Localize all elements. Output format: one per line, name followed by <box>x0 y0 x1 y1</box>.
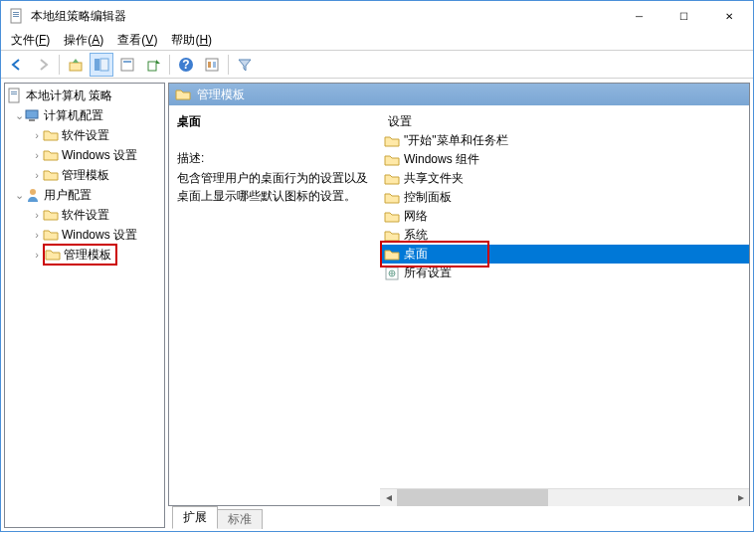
tree-user-software[interactable]: › 软件设置 <box>5 205 164 225</box>
help-button[interactable]: ? <box>174 53 198 77</box>
list-item[interactable]: "开始"菜单和任务栏 <box>380 131 749 150</box>
computer-icon <box>25 107 41 123</box>
path-header-text: 管理模板 <box>197 87 245 103</box>
up-button[interactable] <box>64 53 88 77</box>
list-item[interactable]: 所有设置 <box>380 264 749 282</box>
svg-rect-16 <box>11 91 17 92</box>
list-item[interactable]: Windows 组件 <box>380 150 749 169</box>
scroll-left-button[interactable]: ◂ <box>380 489 397 506</box>
menu-action[interactable]: 操作(A) <box>58 30 109 51</box>
list-item-label: 网络 <box>404 208 428 225</box>
tree-comp-admin[interactable]: › 管理模板 <box>5 165 164 185</box>
folder-icon <box>43 127 59 143</box>
svg-rect-1 <box>13 12 19 13</box>
list-item[interactable]: 共享文件夹 <box>380 169 749 188</box>
svg-rect-6 <box>100 59 108 71</box>
folder-icon <box>43 207 59 223</box>
folder-icon <box>43 167 59 183</box>
toolbar-separator <box>59 55 60 75</box>
export-button[interactable] <box>141 53 165 77</box>
tree-user-label: 用户配置 <box>41 187 92 204</box>
horizontal-scrollbar[interactable]: ◂ ▸ <box>380 488 749 505</box>
svg-rect-12 <box>206 59 218 71</box>
forward-button[interactable] <box>31 53 55 77</box>
folder-icon <box>384 190 400 206</box>
tree-user-admin-label: 管理模板 <box>61 247 111 264</box>
back-button[interactable] <box>5 53 29 77</box>
scroll-track[interactable] <box>397 489 732 506</box>
tab-extended[interactable]: 扩展 <box>172 506 218 529</box>
tree-panel[interactable]: 本地计算机 策略 ⌄ 计算机配置 › 软件设置 › Windows 设置 › 管… <box>4 83 165 528</box>
folder-icon <box>384 228 400 244</box>
svg-rect-8 <box>123 61 131 63</box>
expand-icon[interactable]: › <box>31 150 43 161</box>
show-hide-tree-button[interactable] <box>90 53 113 77</box>
view-tabs: 扩展 标准 <box>168 506 750 528</box>
svg-rect-19 <box>29 119 35 121</box>
tree-user-windows[interactable]: › Windows 设置 <box>5 225 164 245</box>
menu-file[interactable]: 文件(F) <box>5 30 56 51</box>
settings-header[interactable]: 设置 <box>380 105 749 131</box>
tree-root[interactable]: 本地计算机 策略 <box>5 86 164 105</box>
menubar: 文件(F) 操作(A) 查看(V) 帮助(H) <box>1 31 753 51</box>
tree-label: 管理模板 <box>59 167 109 184</box>
folder-icon <box>45 247 61 263</box>
expand-icon[interactable]: › <box>31 210 43 221</box>
properties-button[interactable] <box>115 53 139 77</box>
svg-rect-3 <box>13 16 19 17</box>
scroll-right-button[interactable]: ▸ <box>732 489 749 506</box>
filter-button[interactable] <box>233 53 257 77</box>
list-item-label: 控制面板 <box>404 189 452 206</box>
close-button[interactable]: ✕ <box>706 2 751 30</box>
svg-rect-14 <box>213 62 216 68</box>
expand-icon[interactable]: › <box>31 170 43 181</box>
tree-computer-config[interactable]: ⌄ 计算机配置 <box>5 105 164 125</box>
list-item[interactable]: 系统 <box>380 226 749 245</box>
folder-icon <box>384 247 400 263</box>
tab-standard[interactable]: 标准 <box>217 509 263 529</box>
menu-help[interactable]: 帮助(H) <box>165 30 218 51</box>
settings-list[interactable]: "开始"菜单和任务栏Windows 组件共享文件夹控制面板网络系统桌面所有设置 <box>380 131 749 488</box>
body: 本地计算机 策略 ⌄ 计算机配置 › 软件设置 › Windows 设置 › 管… <box>1 79 753 531</box>
minimize-button[interactable]: ─ <box>617 2 662 30</box>
expand-icon[interactable]: › <box>31 230 43 241</box>
svg-rect-5 <box>94 59 99 71</box>
tree-comp-software[interactable]: › 软件设置 <box>5 125 164 145</box>
tree-label: 软件设置 <box>59 207 109 224</box>
collapse-icon[interactable]: ⌄ <box>13 190 25 201</box>
toolbar-separator-2 <box>169 55 170 75</box>
content-panel: 管理模板 桌面 描述: 包含管理用户的桌面行为的设置以及桌面上显示哪些默认图标的… <box>168 83 750 528</box>
svg-rect-18 <box>26 110 38 118</box>
list-item-label: 共享文件夹 <box>404 170 464 187</box>
list-item[interactable]: 网络 <box>380 207 749 226</box>
folder-icon <box>384 133 400 149</box>
list-item[interactable]: 桌面 <box>380 245 749 264</box>
scroll-thumb[interactable] <box>397 489 548 506</box>
svg-rect-9 <box>148 62 156 71</box>
tree-comp-windows[interactable]: › Windows 设置 <box>5 145 164 165</box>
window-controls: ─ ☐ ✕ <box>617 2 751 30</box>
content-inner: 管理模板 桌面 描述: 包含管理用户的桌面行为的设置以及桌面上显示哪些默认图标的… <box>168 83 750 506</box>
tree-user-admin-highlight: 管理模板 <box>43 244 117 266</box>
menu-view[interactable]: 查看(V) <box>111 30 163 51</box>
gpedit-window: 本地组策略编辑器 ─ ☐ ✕ 文件(F) 操作(A) 查看(V) 帮助(H) ? <box>0 0 754 532</box>
tree-user-config[interactable]: ⌄ 用户配置 <box>5 185 164 205</box>
svg-rect-15 <box>9 89 19 102</box>
folder-icon <box>384 152 400 168</box>
toolbar: ? <box>1 51 753 79</box>
expand-icon[interactable]: › <box>31 130 43 141</box>
tree-user-admin-row[interactable]: › 管理模板 <box>5 245 164 265</box>
app-icon <box>9 8 25 24</box>
list-item[interactable]: 控制面板 <box>380 188 749 207</box>
options-button[interactable] <box>200 53 224 77</box>
maximize-button[interactable]: ☐ <box>662 2 706 30</box>
folder-icon <box>175 87 191 102</box>
svg-rect-13 <box>208 62 211 68</box>
collapse-icon[interactable]: ⌄ <box>13 110 25 121</box>
columns: 桌面 描述: 包含管理用户的桌面行为的设置以及桌面上显示哪些默认图标的设置。 设… <box>169 105 749 505</box>
expand-icon[interactable]: › <box>31 250 43 261</box>
description-body: 包含管理用户的桌面行为的设置以及桌面上显示哪些默认图标的设置。 <box>177 169 372 205</box>
list-item-label: 系统 <box>404 227 428 244</box>
tree-label: Windows 设置 <box>59 227 137 244</box>
list-item-label: 所有设置 <box>404 265 452 281</box>
